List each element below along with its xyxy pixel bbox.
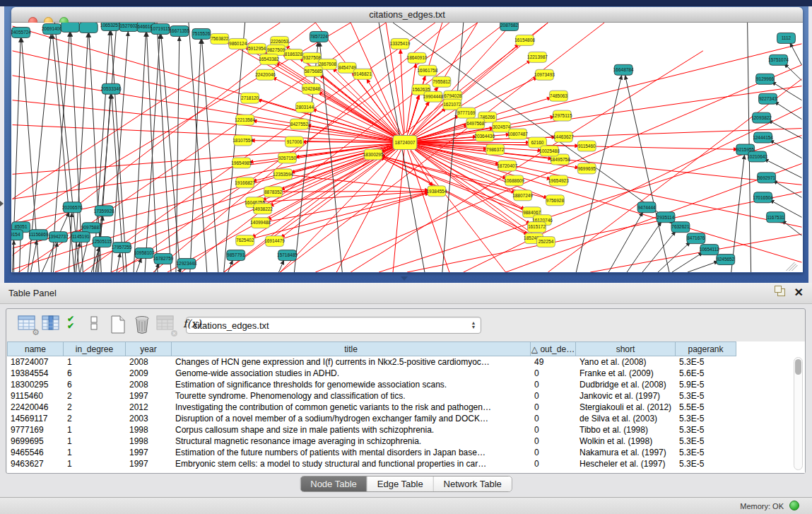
graph-node[interactable]: 19904448 (423, 91, 444, 102)
graph-node[interactable]: 17016504 (753, 192, 773, 203)
graph-node[interactable]: 5912954 (248, 43, 266, 54)
column-header-short[interactable]: short (576, 341, 676, 356)
table-row[interactable]: 1830029562008Estimation of significance … (7, 379, 805, 390)
graph-node[interactable]: 2718120 (241, 93, 259, 103)
graph-node[interactable]: 17359928 (94, 206, 114, 216)
table-row[interactable]: 911546021997Tourette syndrome. Phenomeno… (7, 390, 805, 402)
graph-node[interactable]: 7955812 (433, 76, 451, 87)
column-header-in_degree[interactable]: in_degree (64, 341, 126, 356)
graph-node[interactable]: 9115460 (577, 141, 596, 151)
table-scrollbar[interactable] (794, 357, 803, 470)
graph-node[interactable]: 9267150 (278, 153, 297, 163)
graph-node[interactable]: 7515526 (192, 28, 211, 39)
graph-node[interactable]: 9242848 (302, 83, 320, 94)
graph-node[interactable]: 19384554 (426, 186, 447, 197)
graph-node[interactable]: 10025488 (539, 146, 560, 156)
graph-node[interactable]: 16782759 (153, 254, 174, 264)
graph-node[interactable]: 8471676 (687, 233, 705, 244)
graph-node[interactable]: 9860124 (229, 38, 247, 49)
graph-node[interactable]: 18807249 (512, 190, 533, 201)
graph-node[interactable]: 13325419 (390, 38, 411, 49)
graph-node[interactable]: 9227343 (759, 93, 777, 104)
column-header-out_de[interactable]: △ out_de… (531, 341, 576, 356)
graph-node[interactable]: 16671355 (170, 25, 190, 36)
graph-node[interactable]: 1145191 (71, 232, 90, 243)
graph-node[interactable]: 17957255 (112, 243, 132, 253)
graph-node[interactable]: 8427552 (290, 119, 308, 129)
graph-node[interactable]: 252254 (536, 237, 555, 247)
graph-node[interactable]: 9146821 (353, 69, 372, 79)
graph-node[interactable]: 19654985 (231, 158, 252, 168)
graph-node[interactable]: 1527602 (119, 23, 138, 31)
graph-node[interactable]: 12213987 (527, 52, 548, 62)
graph-node[interactable]: 5875685 (304, 66, 322, 76)
memory-ok-icon[interactable] (789, 501, 799, 510)
panel-collapse-arrow-icon[interactable] (0, 201, 4, 206)
graph-node[interactable]: 12444154 (753, 132, 773, 143)
graph-node[interactable]: 24055724 (11, 27, 31, 37)
tab-edge-table[interactable]: Edge Table (367, 477, 434, 491)
graph-node[interactable]: 1615172 (528, 222, 546, 233)
graph-node[interactable]: 14099488 (250, 218, 271, 228)
table-row[interactable]: 1938455462009Genome-wide association stu… (7, 368, 805, 379)
float-panel-icon[interactable] (777, 288, 785, 296)
graph-node[interactable]: 12505115 (92, 237, 112, 247)
graph-node[interactable]: 9245652 (717, 255, 735, 265)
graph-node[interactable]: 19654923 (548, 175, 569, 186)
graph-node[interactable]: 16961758 (418, 65, 438, 76)
graph-node[interactable]: 10973493 (534, 69, 555, 80)
table-row[interactable]: 946362711997Embryonic stem cells: a mode… (7, 458, 805, 469)
graph-node[interactable] (61, 23, 79, 32)
graph-node[interactable]: 8878352 (264, 187, 283, 197)
column-header-year[interactable]: year (126, 341, 172, 356)
network-view[interactable]: 2405572420691406106532571527602646616010… (11, 23, 803, 272)
graph-node[interactable]: 1112 (777, 33, 796, 43)
graph-node[interactable]: 12923448 (176, 259, 196, 269)
graph-node[interactable]: 18640910 (407, 52, 428, 63)
graph-node[interactable]: 8186328 (284, 49, 302, 59)
table-row[interactable]: 969969511998Structural magnetic resonanc… (7, 436, 805, 447)
graph-node[interactable]: 20206576 (62, 202, 83, 213)
graph-node[interactable]: 10654112 (700, 245, 720, 255)
splitter-handle-icon[interactable] (401, 276, 408, 281)
network-canvas[interactable]: 2405572420691406106532571527602646616010… (11, 23, 803, 272)
graph-node[interactable]: 20533346 (101, 83, 122, 94)
graph-node[interactable]: 39154 (11, 230, 23, 240)
graph-node[interactable]: 2087682 (500, 23, 519, 30)
graph-node[interactable]: 18720407 (497, 160, 517, 171)
graph-node[interactable]: 7857224 (310, 31, 328, 42)
graph-node[interactable]: 1167531 (767, 212, 785, 223)
close-panel-icon[interactable]: ✕ (794, 286, 804, 299)
graph-node[interactable]: 917006 (285, 136, 303, 147)
graph-node[interactable]: 22420046 (255, 69, 276, 80)
graph-node[interactable]: 10653257 (100, 23, 121, 30)
graph-node[interactable]: 10688609 (504, 175, 524, 186)
table-row[interactable]: 1872400712008Changes of HCN gene express… (7, 356, 805, 368)
graph-node[interactable]: 13942737 (48, 232, 69, 243)
graph-node[interactable]: 14463627 (553, 132, 574, 142)
window-titlebar[interactable]: citations_edges.txt (11, 7, 803, 23)
graph-node[interactable]: 20691406 (42, 23, 62, 34)
select-rows-icon[interactable]: ✔✔ (67, 315, 74, 332)
graph-node[interactable]: 9699695 (577, 163, 596, 174)
tab-node-table[interactable]: Node Table (300, 477, 367, 491)
graph-node[interactable]: 9756928 (546, 195, 564, 206)
graph-node[interactable]: 10719115 (151, 23, 171, 34)
table-row[interactable]: 1456911722003Disruption of a novel membe… (7, 413, 805, 424)
new-column-icon[interactable] (110, 315, 126, 337)
column-header-name[interactable]: name (7, 341, 64, 356)
graph-node[interactable]: 9129966 (756, 74, 775, 84)
graph-node[interactable]: 10807487 (507, 129, 528, 139)
row-height-icon[interactable] (90, 315, 98, 334)
graph-node[interactable]: 12975115 (552, 110, 572, 121)
graph-node[interactable]: 3024574 (493, 122, 511, 132)
graph-node[interactable]: 7625402 (236, 235, 254, 246)
show-columns-icon[interactable] (42, 315, 61, 334)
graph-node[interactable] (79, 23, 98, 33)
graph-node[interactable]: 14938222 (252, 204, 273, 214)
delete-column-icon[interactable] (134, 315, 151, 337)
graph-node[interactable]: 9857791 (227, 250, 245, 261)
table-row[interactable]: 946554611997Estimation of the future num… (7, 447, 805, 458)
function-builder-icon[interactable]: f(x) (183, 317, 201, 330)
graph-node[interactable]: 15751074 (768, 54, 789, 65)
